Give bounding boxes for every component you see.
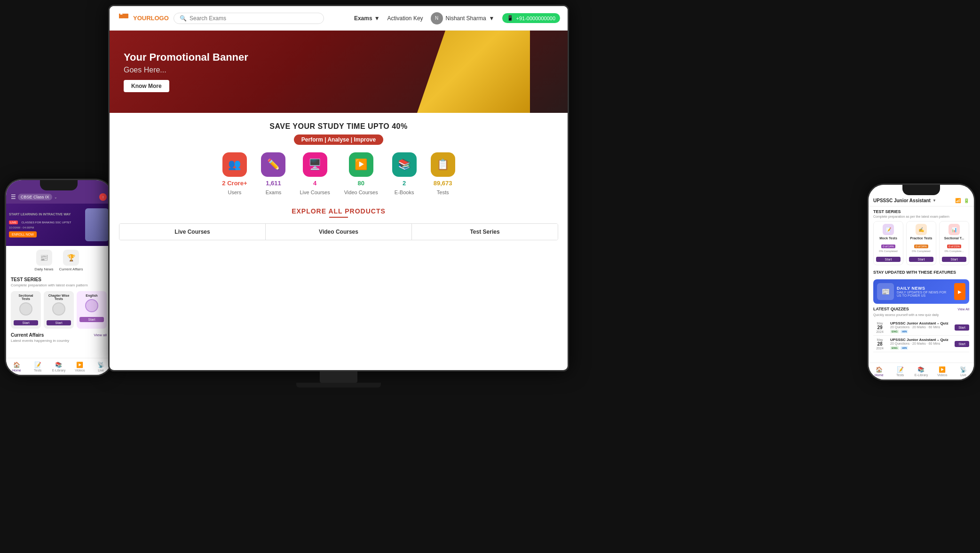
quiz-start-1[interactable]: Start — [955, 324, 969, 331]
video-courses-icon-box: ▶️ — [349, 152, 373, 177]
test-series-sub: Complete preparation with latest exam pa… — [6, 283, 111, 289]
tag-hin-1: HIN — [901, 330, 908, 333]
english-title: English — [79, 294, 104, 297]
daily-news-title: DAILY NEWS — [897, 286, 951, 291]
library-icon: 📚 — [55, 362, 62, 368]
stat-live-courses: 🖥️ 4 Live Courses — [300, 152, 330, 195]
videos-label: Videos — [75, 369, 85, 372]
right-test-series-sub: Complete preparation as per the latest e… — [873, 215, 969, 218]
phone-banner: START LEARNING IN INTRACTIVE WAY LIVE CL… — [6, 204, 111, 246]
stat-ebooks: 📚 2 E-Books — [392, 152, 417, 195]
banner-title: Your Promotional Banner — [124, 51, 248, 63]
current-affairs-item[interactable]: 🏆 Current Affairs — [59, 250, 83, 271]
daily-news-icon: 📰 — [36, 250, 52, 266]
logo-area: YOURLOGO — [117, 12, 169, 25]
stats-heading: SAVE YOUR STUDY TIME UPTO 40% — [114, 122, 563, 131]
right-nav-home[interactable]: 🏠 Home — [869, 363, 890, 379]
tab-test-series[interactable]: Test Series — [412, 224, 558, 240]
stay-updated-image: 📰 — [877, 283, 894, 300]
class-badge[interactable]: CBSE Class IX — [18, 194, 52, 200]
right-live-icon: 📡 — [960, 366, 967, 373]
stay-updated-card[interactable]: 📰 DAILY NEWS DAILY UPDATES OF NEWS FOR U… — [873, 279, 969, 304]
right-nav-live[interactable]: 📡 Live — [953, 363, 974, 379]
right-tests-icon: 📝 — [897, 366, 904, 373]
exam-select[interactable]: UPSSSC Junior Assistant ▼ — [873, 198, 936, 203]
nav-tests[interactable]: 📝 Tests — [27, 358, 48, 375]
nav-elibrary[interactable]: 📚 E-Library — [48, 358, 70, 375]
live-icon: 📡 — [97, 362, 104, 368]
user-name: Nishant Sharma — [446, 15, 486, 22]
daily-news-item[interactable]: 📰 Daily News — [35, 250, 54, 271]
right-nav-tests[interactable]: 📝 Tests — [890, 363, 911, 379]
tests-icon-box: 📋 — [431, 152, 455, 177]
ebooks-number: 2 — [403, 180, 406, 187]
practice-tests-start[interactable]: Start — [909, 257, 933, 262]
tests-number: 89,673 — [434, 180, 452, 187]
users-number: 2 Crore+ — [222, 180, 247, 187]
banner-tag: START LEARNING IN INTRACTIVE WAY — [9, 213, 85, 216]
time-label: 10:00AM - 04:00PM — [9, 226, 85, 229]
search-input[interactable] — [190, 15, 318, 22]
activation-key[interactable]: Activation Key — [387, 15, 423, 22]
monitor: YOURLOGO 🔍 Exams ▼ Activation Key N Nish — [108, 5, 569, 390]
test-series-title: TEST SERIES — [6, 275, 111, 283]
quiz-info-1: UPSSSC Junior Assistant – Quiz 20 Questi… — [890, 321, 951, 333]
stat-users: 👥 2 Crore+ Users — [222, 152, 247, 195]
tab-video-courses[interactable]: Video Courses — [266, 224, 412, 240]
chapter-title: Chapter WiseTests — [47, 294, 71, 300]
tests-label: Tests — [437, 190, 449, 195]
ebooks-icon-box: 📚 — [392, 152, 417, 177]
right-tests-label: Tests — [896, 373, 904, 377]
right-nav-videos[interactable]: ▶️ Videos — [932, 363, 953, 379]
video-courses-label: Video Courses — [344, 190, 378, 195]
sectional-icon: 📊 — [948, 224, 960, 235]
enroll-button[interactable]: ENROLL NOW — [9, 231, 37, 237]
right-test-series: TEST SERIES Complete preparation as per … — [869, 206, 974, 268]
english-circle — [85, 299, 98, 312]
monitor-neck — [320, 371, 357, 383]
user-menu[interactable]: N Nishant Sharma ▼ — [431, 12, 495, 24]
banner-image — [85, 208, 109, 241]
battery-icon: 🔋 — [964, 198, 969, 203]
mock-tests-start[interactable]: Start — [876, 257, 901, 262]
ebooks-icon: 📚 — [398, 158, 411, 171]
current-affairs-section-title: Current Affairs — [11, 332, 44, 338]
english-start-btn[interactable]: Start — [79, 317, 104, 322]
quiz-item-1: May 29 2024 UPSSSC Junior Assistant – Qu… — [873, 319, 969, 336]
phone-contact[interactable]: 📱 +91-0000000000 — [502, 13, 561, 23]
tab-live-courses[interactable]: Live Courses — [119, 224, 266, 240]
exams-menu[interactable]: Exams ▼ — [354, 15, 380, 22]
promotional-banner: Your Promotional Banner Goes Here... Kno… — [110, 31, 568, 113]
live-courses-icon-box: 🖥️ — [303, 152, 327, 177]
chapter-start-btn[interactable]: Start — [47, 320, 71, 325]
lq-view-all[interactable]: View All — [958, 308, 969, 311]
notification-badge[interactable]: ! — [99, 193, 107, 201]
stat-exams: ✏️ 1,611 Exams — [261, 152, 285, 195]
right-home-label: Home — [875, 373, 884, 377]
sectional-start-btn[interactable]: Start — [14, 320, 38, 325]
svg-rect-2 — [124, 14, 128, 18]
quiz-year-1: 2024 — [873, 330, 886, 333]
right-nav-library[interactable]: 📚 E-Library — [911, 363, 932, 379]
stay-updated-title: STAY UPDATED WITH THESE FEATURES — [869, 268, 974, 276]
practice-tests-progress: 0% Completed — [909, 250, 933, 253]
exams-label: Exams — [266, 190, 282, 195]
view-all-link[interactable]: View all — [94, 333, 107, 337]
stay-updated-heading: STAY UPDATED WITH THESE FEATURES — [873, 270, 969, 275]
live-badge: LIVE — [9, 221, 18, 224]
video-courses-number: 80 — [357, 180, 364, 187]
nav-home[interactable]: 🏠 Home — [6, 358, 27, 375]
live-label: Live — [98, 369, 104, 372]
quiz-name-2: UPSSSC Junior Assistant – Quiz — [890, 338, 951, 342]
users-label: Users — [228, 190, 242, 195]
wifi-icon: 📶 — [955, 198, 961, 203]
hamburger-icon[interactable]: ☰ — [11, 194, 16, 200]
nav-videos[interactable]: ▶️ Videos — [69, 358, 90, 375]
live-courses-icon: 🖥️ — [308, 158, 321, 171]
sectional-start-right[interactable]: Start — [942, 257, 966, 262]
exams-icon: ✏️ — [267, 158, 280, 171]
quiz-start-2[interactable]: Start — [955, 341, 969, 347]
search-bar[interactable]: 🔍 — [174, 13, 324, 24]
quiz-date-2: May 28 2024 — [873, 338, 886, 350]
know-more-button[interactable]: Know More — [124, 80, 169, 92]
